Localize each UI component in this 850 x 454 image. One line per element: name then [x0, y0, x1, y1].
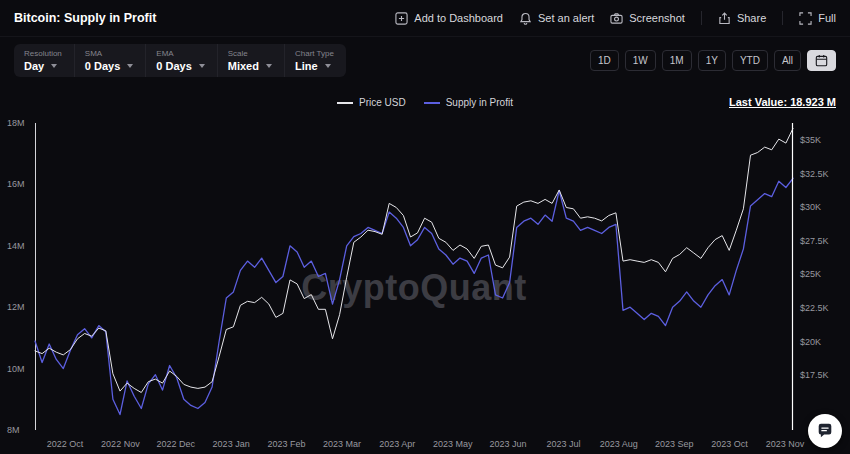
x-axis-label: 2022 Nov — [93, 439, 147, 449]
y-axis-tick-left: 12M — [7, 302, 25, 312]
y-axis-tick-right: $25K — [800, 269, 821, 279]
chart-legend: Price USDSupply in Profit — [0, 97, 850, 108]
chart-canvas[interactable] — [0, 0, 850, 454]
x-axis-label: 2023 May — [426, 439, 480, 449]
cryptoquant-chart-page: Bitcoin: Supply in Profit Add to Dashboa… — [0, 0, 850, 454]
y-axis-tick-right: $32.5K — [800, 169, 829, 179]
x-axis-label: 2023 Jan — [204, 439, 258, 449]
x-axis-label: 2022 Oct — [38, 439, 92, 449]
x-axis-label: 2023 Jul — [536, 439, 590, 449]
y-axis-tick-left: 10M — [7, 364, 25, 374]
y-axis-tick-right: $17.5K — [800, 370, 829, 380]
y-axis-tick-right: $35K — [800, 135, 821, 145]
y-axis-tick-right: $27.5K — [800, 236, 829, 246]
y-axis-tick-left: 8M — [7, 425, 20, 435]
x-axis-label: 2022 Dec — [149, 439, 203, 449]
x-axis-label: 2023 Aug — [592, 439, 646, 449]
y-axis-tick-right: $30K — [800, 202, 821, 212]
x-axis-label: 2023 Feb — [260, 439, 314, 449]
x-axis-label: 2023 Jun — [481, 439, 535, 449]
x-axis-label: 2023 Nov — [758, 439, 812, 449]
legend-swatch — [424, 102, 440, 104]
chat-button[interactable] — [808, 414, 842, 448]
last-value-link[interactable]: Last Value: 18.923 M — [729, 96, 836, 108]
legend-label: Price USD — [359, 97, 406, 108]
legend-label: Supply in Profit — [446, 97, 513, 108]
y-axis-tick-left: 16M — [7, 179, 25, 189]
x-axis-label: 2023 Mar — [315, 439, 369, 449]
x-axis-label: 2023 Apr — [370, 439, 424, 449]
chat-icon — [816, 422, 834, 440]
x-axis-label: 2023 Sep — [647, 439, 701, 449]
y-axis-tick-right: $22.5K — [800, 303, 829, 313]
x-axis-label: 2023 Oct — [703, 439, 757, 449]
legend-item-supply-in-profit[interactable]: Supply in Profit — [424, 97, 513, 108]
y-axis-tick-left: 18M — [7, 118, 25, 128]
y-axis-tick-right: $20K — [800, 337, 821, 347]
legend-swatch — [337, 102, 353, 104]
legend-item-price-usd[interactable]: Price USD — [337, 97, 406, 108]
y-axis-tick-left: 14M — [7, 241, 25, 251]
